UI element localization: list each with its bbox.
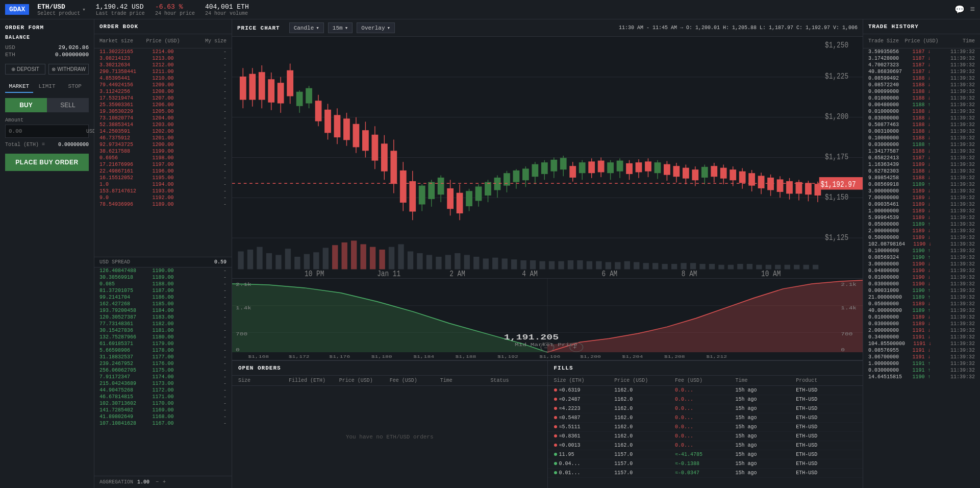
trade-history-row[interactable]: 0.10000000 1190 ↑ 11:39:32	[863, 248, 980, 254]
tab-stop[interactable]: STOP	[61, 81, 89, 93]
order-book-bid-row[interactable]: 77.73148361 1182.00 -	[94, 321, 232, 327]
pair-dropdown-icon[interactable]: ▾	[82, 6, 86, 13]
trade-history-row[interactable]: 7.00000000 1189 ↓ 11:39:32	[863, 194, 980, 201]
trade-history-row[interactable]: 1.16363439 1189 ↓ 11:39:32	[863, 161, 980, 168]
amount-input[interactable]	[6, 125, 83, 137]
trade-history-row[interactable]: 0.62782303 1188 ↓ 11:39:32	[863, 168, 980, 175]
trade-history-row[interactable]: 21.00000000 1189 ↑ 11:39:32	[863, 294, 980, 301]
trade-history-row[interactable]: 0.03000000 1188 ↓ 11:39:32	[863, 115, 980, 121]
order-book-ask-row[interactable]: 38.6217588 1199.00 -	[94, 148, 232, 155]
trade-history-row[interactable]: 2.00000000 1189 ↓ 11:39:32	[863, 228, 980, 234]
trade-history-row[interactable]: 0.08572240 1188 ↓ 11:39:32	[863, 82, 980, 88]
order-book-ask-row[interactable]: 153.87147612 1193.00 -	[94, 188, 232, 194]
order-book-ask-row[interactable]: 3.30212634 1212.00 -	[94, 62, 232, 68]
order-book-bid-row[interactable]: 7.91172347 1174.00 -	[94, 374, 232, 380]
trade-history-row[interactable]: 40.86830697 1187 ↓ 11:39:32	[863, 68, 980, 75]
sell-button[interactable]: SELL	[47, 98, 89, 112]
candle-type-control[interactable]: Candle ▾	[289, 22, 324, 33]
order-book-ask-row[interactable]: 4.85395441 1210.00 -	[94, 75, 232, 82]
trade-history-row[interactable]: 0.65822413 1187 ↓ 11:39:32	[863, 155, 980, 161]
trade-history-row[interactable]: 2.00000000 1191 ↓ 11:39:32	[863, 327, 980, 334]
order-book-bid-row[interactable]: 41.89802649 1168.00 -	[94, 413, 232, 420]
order-book-ask-row[interactable]: 22.49867161 1196.00 -	[94, 168, 232, 175]
order-book-bid-row[interactable]: 81.37201075 1187.00 -	[94, 287, 232, 294]
order-book-ask-row[interactable]: 11.30222165 1214.00 -	[94, 48, 232, 55]
order-book-bid-row[interactable]: 126.40847488 1190.00 -	[94, 267, 232, 274]
trade-history-row[interactable]: 0.00480000 1188 ↑ 11:39:32	[863, 102, 980, 108]
trade-history-row[interactable]: 0.03000000 1188 ↑ 11:39:32	[863, 141, 980, 148]
trade-history-row[interactable]: 0.34000000 1191 ↓ 11:39:32	[863, 334, 980, 340]
order-book-bid-row[interactable]: 120.30527387 1183.00 -	[94, 314, 232, 321]
trade-history-row[interactable]: 0.08569918 1189 ↑ 11:39:32	[863, 181, 980, 188]
order-book-bid-row[interactable]: 215.04243689 1173.00 -	[94, 380, 232, 387]
trade-history-row[interactable]: 0.03000000 1190 ↓ 11:39:32	[863, 281, 980, 287]
trade-history-row[interactable]: 0.08576955 1191 ↓ 11:39:32	[863, 347, 980, 354]
order-book-bid-row[interactable]: 0.085 1188.00 -	[94, 281, 232, 287]
trade-history-row[interactable]: 0.01000000 1190 ↓ 11:39:32	[863, 274, 980, 281]
order-book-ask-row[interactable]: 52.38853414 1203.00 -	[94, 121, 232, 128]
trade-history-row[interactable]: 1.34177587 1188 ↓ 11:39:32	[863, 148, 980, 155]
trade-history-row[interactable]: 3.00000000 1190 ↓ 11:39:32	[863, 261, 980, 267]
trade-history-row[interactable]: 0.09035461 1189 ↓ 11:39:32	[863, 201, 980, 208]
trade-history-row[interactable]: 102.08798164 1190 ↓ 11:39:32	[863, 241, 980, 248]
order-book-bid-row[interactable]: 31.18832537 1177.00 -	[94, 354, 232, 360]
trade-history-row[interactable]: 3.59935056 1187 ↓ 11:39:32	[863, 48, 980, 55]
order-book-ask-row[interactable]: 290.71358441 1211.00 -	[94, 68, 232, 75]
order-book-ask-row[interactable]: 73.10820774 1204.00 -	[94, 115, 232, 121]
order-book-bid-row[interactable]: 46.67814815 1171.00 -	[94, 394, 232, 400]
withdraw-button[interactable]: ⊗ WITHDRAW	[48, 64, 89, 75]
order-book-ask-row[interactable]: 17.53219474 1207.00 -	[94, 95, 232, 102]
pair-selector[interactable]: ETH/USD Select product ▾	[37, 3, 86, 16]
trade-history-row[interactable]: 0.10000000 1188 ↓ 11:39:32	[863, 135, 980, 141]
trade-history-row[interactable]: 0.08569324 1190 ↑ 11:39:32	[863, 254, 980, 261]
trade-history-row[interactable]: 5.99964539 1189 ↓ 11:39:32	[863, 214, 980, 221]
order-book-ask-row[interactable]: 92.97343725 1200.00 -	[94, 141, 232, 148]
order-book-ask-row[interactable]: 0.6956 1198.00 -	[94, 155, 232, 161]
trade-history-row[interactable]: 3.00000000 1189 ↓ 11:39:32	[863, 188, 980, 194]
trade-history-row[interactable]: 0.01000000 1188 ↓ 11:39:32	[863, 108, 980, 115]
order-book-ask-row[interactable]: 1.0 1194.00 -	[94, 181, 232, 188]
tab-limit[interactable]: LIMIT	[33, 81, 61, 93]
order-book-bid-row[interactable]: 30.38569918 1189.00 -	[94, 274, 232, 281]
trade-history-row[interactable]: 0.00310000 1188 ↓ 11:39:32	[863, 128, 980, 135]
trade-history-row[interactable]: 0.50000000 1189 ↓ 11:39:32	[863, 234, 980, 241]
order-book-ask-row[interactable]: 46.7375912 1201.00 -	[94, 135, 232, 141]
order-book-bid-row[interactable]: 61.69185371 1179.00 -	[94, 340, 232, 347]
order-book-bid-row[interactable]: 239.2467952 1176.00 -	[94, 360, 232, 367]
order-book-ask-row[interactable]: 25.35903361 1206.00 -	[94, 102, 232, 108]
order-book-ask-row[interactable]: 3.11242256 1208.00 -	[94, 88, 232, 95]
order-book-bid-row[interactable]: 107.10841628 1167.00 -	[94, 420, 232, 427]
trade-history-row[interactable]: 0.00099000 1188 ↓ 11:39:32	[863, 88, 980, 95]
trade-history-row[interactable]: 1.00000000 1189 ↓ 11:39:32	[863, 208, 980, 214]
order-book-bid-row[interactable]: 44.90475268 1172.00 -	[94, 387, 232, 394]
order-book-bid-row[interactable]: 141.7285402 1169.00 -	[94, 407, 232, 413]
trade-history-row[interactable]: 9.89854258 1188 ↓ 11:39:32	[863, 175, 980, 181]
trade-history-row[interactable]: 104.85500000 1191 ↓ 11:39:32	[863, 340, 980, 347]
menu-icon[interactable]: ≡	[970, 5, 975, 14]
trade-history-row[interactable]: 14.64515815 1190 ↑ 11:39:32	[863, 374, 980, 380]
order-book-bid-row[interactable]: 256.06062705 1175.00 -	[94, 367, 232, 374]
trade-history-row[interactable]: 0.01000000 1188 ↓ 11:39:32	[863, 95, 980, 102]
order-book-ask-row[interactable]: 14.2503591 1202.00 -	[94, 128, 232, 135]
deposit-button[interactable]: ⊕ DEPOSIT	[5, 64, 45, 75]
order-book-ask-row[interactable]: 3.08214123 1213.00 -	[94, 55, 232, 62]
order-book-bid-row[interactable]: 102.30713602 1170.00 -	[94, 400, 232, 407]
timeframe-control[interactable]: 15m ▾	[328, 22, 353, 33]
order-book-ask-row[interactable]: 17.21676996 1197.00 -	[94, 161, 232, 168]
order-book-ask-row[interactable]: 78.54936996 1189.00 -	[94, 201, 232, 208]
trade-history-row[interactable]: 4.70027323 1187 ↓ 11:39:32	[863, 62, 980, 68]
order-book-bid-row[interactable]: 193.79200458 1184.00 -	[94, 307, 232, 314]
order-book-ask-row[interactable]: 16.15512052 1195.00 -	[94, 175, 232, 181]
trade-history-row[interactable]: 0.03000000 1189 ↓ 11:39:32	[863, 321, 980, 327]
trade-history-row[interactable]: 0.00031000 1190 ↑ 11:39:32	[863, 287, 980, 294]
trade-history-row[interactable]: 0.01000000 1189 ↓ 11:39:32	[863, 314, 980, 321]
order-book-ask-row[interactable]: 79.44924156 1209.00 -	[94, 82, 232, 88]
trade-history-row[interactable]: 0.04800000 1190 ↓ 11:39:32	[863, 267, 980, 274]
chat-icon[interactable]: 💬	[954, 5, 965, 15]
overlay-control[interactable]: Overlay ▾	[357, 22, 395, 33]
order-book-bid-row[interactable]: 5.66598906 1178.00 -	[94, 347, 232, 354]
trade-history-row[interactable]: 3.17428000 1187 ↓ 11:39:32	[863, 55, 980, 62]
trade-history-row[interactable]: 0.08599492 1188 ↓ 11:39:32	[863, 75, 980, 82]
order-book-bid-row[interactable]: 162.427268 1185.00 -	[94, 301, 232, 307]
order-book-ask-row[interactable]: 9.0 1192.00 -	[94, 194, 232, 201]
